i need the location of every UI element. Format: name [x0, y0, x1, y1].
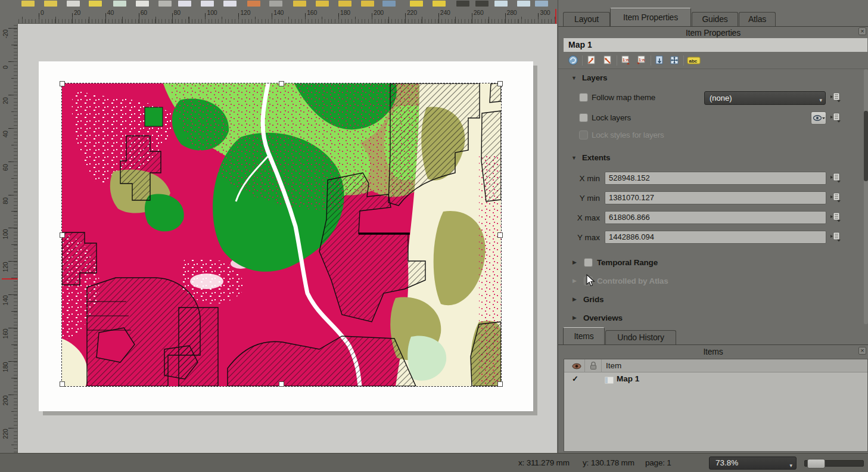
- group-title-layers[interactable]: Layers: [582, 73, 607, 82]
- selected-item-header: Map 1: [564, 38, 867, 52]
- horizontal-ruler: 0204060801001201401601802002202402602803…: [18, 8, 557, 24]
- toolbar-icon[interactable]: [382, 1, 396, 7]
- map-theme-dropdown[interactable]: (none) ▾: [704, 91, 826, 105]
- toolbar-icon[interactable]: [201, 1, 214, 7]
- item-visible-check[interactable]: ✓: [572, 374, 578, 383]
- expand-triangle-temporal-range[interactable]: ▶: [573, 259, 577, 265]
- temporal-range-checkbox[interactable]: [584, 258, 593, 267]
- ruler-label: 180: [2, 359, 9, 375]
- ruler-label: 200: [2, 393, 9, 408]
- layout-canvas[interactable]: [18, 24, 557, 453]
- data-defined-override-ymin[interactable]: [830, 192, 842, 203]
- lock-icon[interactable]: [589, 361, 598, 372]
- toolbar-icon[interactable]: [89, 1, 102, 7]
- map-item[interactable]: [62, 83, 501, 386]
- toolbar-icon[interactable]: [475, 1, 489, 7]
- tab-layout[interactable]: Layout: [563, 12, 610, 26]
- collapse-triangle-extents[interactable]: ▼: [571, 155, 577, 161]
- ruler-label: 220: [2, 426, 9, 442]
- zoom-level-dropdown[interactable]: 73.8% ▾: [709, 457, 797, 470]
- items-panel-close-icon[interactable]: ×: [858, 347, 866, 355]
- set-canvas-scale-icon[interactable]: 1:n: [636, 55, 646, 66]
- dock-tab-bar: Layout Item Properties Guides Atlas: [558, 0, 868, 27]
- ruler-label: 180: [340, 9, 350, 16]
- selection-handle-left-mid[interactable]: [60, 232, 65, 238]
- tab-guides[interactable]: Guides: [692, 12, 738, 26]
- ymax-field[interactable]: 1442886.094: [605, 231, 826, 244]
- group-title-extents[interactable]: Extents: [582, 153, 610, 162]
- lock-layers-label: Lock layers: [592, 113, 631, 122]
- bookmarks-icon[interactable]: [654, 55, 665, 66]
- toolbar-icon[interactable]: [178, 1, 191, 7]
- selection-handle-right-mid[interactable]: [497, 232, 503, 238]
- toolbar-icon[interactable]: [269, 1, 282, 7]
- toolbar-icon[interactable]: [223, 1, 237, 7]
- labeling-settings-icon[interactable]: abc: [687, 55, 701, 66]
- follow-map-theme-checkbox[interactable]: [579, 93, 588, 102]
- selection-handle-top-right[interactable]: [497, 81, 503, 86]
- data-defined-override-xmin[interactable]: [830, 172, 842, 183]
- zoom-level-value: 73.8%: [715, 458, 738, 467]
- item-label[interactable]: Map 1: [617, 374, 639, 383]
- toolbar-icon[interactable]: [316, 1, 329, 7]
- collapse-triangle-layers[interactable]: ▼: [571, 75, 577, 81]
- items-row-map1[interactable]: ✓ Map 1: [564, 373, 867, 386]
- tab-atlas[interactable]: Atlas: [739, 12, 776, 26]
- dock-close-icon[interactable]: ×: [858, 27, 866, 35]
- controlled-by-atlas-label: Controlled by Atlas: [597, 277, 668, 285]
- toolbar-icon[interactable]: [338, 1, 351, 7]
- interactively-edit-extent-icon[interactable]: [669, 55, 680, 66]
- toolbar-icon[interactable]: [410, 1, 423, 7]
- toolbar-icon[interactable]: [113, 1, 126, 7]
- toolbar-icon[interactable]: [456, 1, 469, 7]
- item-properties-dock: Layout Item Properties Guides Atlas Item…: [558, 0, 868, 453]
- grids-label: Grids: [583, 295, 603, 304]
- view-extent-in-canvas-icon[interactable]: [602, 55, 612, 66]
- set-map-scale-icon[interactable]: 1:n: [620, 55, 631, 66]
- toolbar-icon[interactable]: [535, 1, 548, 7]
- data-defined-override-ymax[interactable]: [830, 231, 842, 242]
- toolbar-icon[interactable]: [247, 1, 260, 7]
- ymin-field[interactable]: 1381070.127: [605, 191, 826, 204]
- tab-undo-history[interactable]: Undo History: [605, 330, 676, 344]
- selection-handle-bottom-left[interactable]: [60, 381, 65, 387]
- toolbar-icon[interactable]: [517, 1, 530, 7]
- data-defined-override-lock-layers[interactable]: [830, 112, 842, 123]
- toolbar-icon[interactable]: [21, 1, 35, 7]
- svg-text:1:n: 1:n: [639, 58, 645, 62]
- lock-layers-checkbox[interactable]: [579, 113, 588, 122]
- set-map-extent-to-canvas-icon[interactable]: [586, 55, 597, 66]
- tab-items[interactable]: Items: [563, 327, 605, 344]
- ruler-label: 160: [307, 9, 317, 16]
- selection-handle-bottom-mid[interactable]: [279, 381, 284, 387]
- visibility-eye-icon[interactable]: [572, 362, 581, 372]
- toolbar-icon[interactable]: [44, 1, 57, 7]
- zoom-slider-handle[interactable]: [807, 459, 825, 468]
- ruler-label: 80: [174, 9, 181, 16]
- expand-triangle-grids[interactable]: ▶: [573, 296, 577, 302]
- panel-scrollbar[interactable]: [864, 69, 868, 324]
- xmax-field[interactable]: 618806.866: [605, 211, 826, 224]
- toolbar-icon[interactable]: [158, 1, 172, 7]
- selection-handle-top-left[interactable]: [60, 81, 65, 86]
- visibility-preset-eye-button[interactable]: [811, 111, 826, 125]
- toolbar-icon[interactable]: [433, 1, 446, 7]
- toolbar-icon[interactable]: [136, 1, 149, 7]
- toolbar-icon[interactable]: [293, 1, 306, 7]
- expand-triangle-overviews[interactable]: ▶: [573, 315, 577, 321]
- tab-item-properties[interactable]: Item Properties: [610, 8, 691, 26]
- ruler-label: 240: [440, 9, 450, 16]
- temporal-range-label: Temporal Range: [597, 258, 658, 267]
- selection-handle-bottom-right[interactable]: [497, 381, 503, 387]
- panel-scrollbar-thumb[interactable]: [864, 111, 868, 181]
- update-map-preview-icon[interactable]: [568, 55, 578, 66]
- toolbar-icon[interactable]: [361, 1, 374, 7]
- zoom-slider[interactable]: [804, 460, 864, 467]
- data-defined-override-xmax[interactable]: [830, 212, 842, 222]
- toolbar-icon[interactable]: [494, 1, 508, 7]
- xmax-label: X max: [563, 213, 600, 222]
- toolbar-icon[interactable]: [67, 1, 80, 7]
- xmin-field[interactable]: 528948.152: [605, 172, 826, 185]
- selection-handle-top-mid[interactable]: [279, 81, 284, 86]
- data-defined-override-theme[interactable]: [830, 92, 842, 103]
